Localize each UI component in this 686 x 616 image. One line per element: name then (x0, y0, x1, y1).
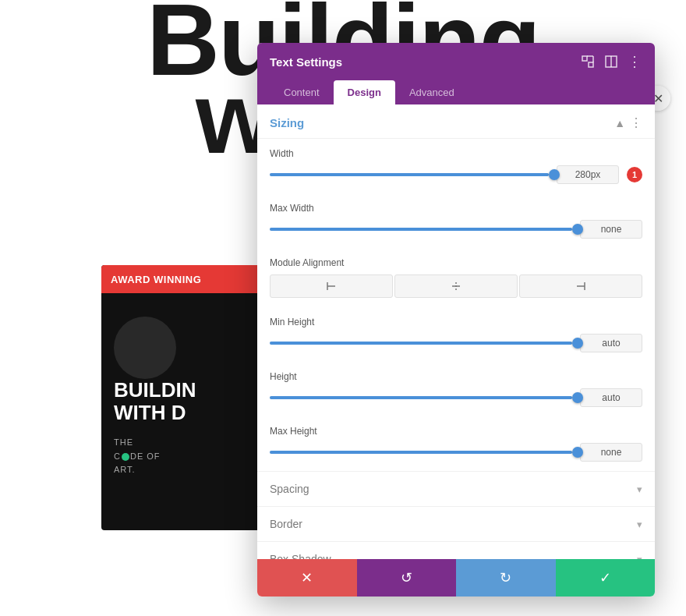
book-card-subtitle: THECDE OFART. (114, 436, 260, 477)
tab-design[interactable]: Design (334, 80, 395, 104)
align-right-button[interactable] (519, 274, 642, 298)
sizing-title: Sizing (270, 116, 304, 129)
max-width-control: none (270, 220, 642, 239)
width-slider-fill (270, 173, 549, 176)
expand-icon[interactable] (580, 54, 596, 69)
undo-button[interactable]: ↺ (357, 559, 457, 597)
width-value[interactable]: 280px (557, 165, 619, 184)
border-label: Border (270, 518, 302, 530)
min-height-control: auto (270, 334, 642, 352)
width-slider-track[interactable] (270, 173, 549, 176)
width-badge: 1 (627, 167, 642, 182)
module-alignment-field: Module Alignment (257, 248, 655, 307)
layout-icon[interactable] (603, 54, 619, 69)
modal-title: Text Settings (270, 55, 342, 69)
redo-button[interactable]: ↻ (456, 559, 556, 597)
min-height-slider-fill (270, 342, 572, 345)
width-label: Width (270, 148, 642, 159)
box-shadow-label: Box Shadow (270, 553, 331, 559)
spacing-section[interactable]: Spacing ▾ (257, 471, 655, 506)
box-shadow-section[interactable]: Box Shadow ▾ (257, 541, 655, 559)
book-card-red-bar: Award Winning (101, 265, 273, 293)
box-shadow-chevron-icon: ▾ (637, 554, 642, 560)
book-card-title: BUILDINWITH D (114, 379, 260, 423)
modal-footer: ✕ ↺ ↻ ✓ (257, 559, 655, 597)
sizing-chevron-icon[interactable]: ▲ (614, 117, 625, 129)
max-width-slider-thumb[interactable] (572, 224, 583, 235)
height-slider-track[interactable] (270, 396, 572, 399)
tab-content[interactable]: Content (270, 80, 334, 104)
max-width-slider-track[interactable] (270, 228, 572, 231)
border-chevron-icon: ▾ (637, 519, 642, 530)
save-button[interactable]: ✓ (556, 559, 656, 597)
min-height-slider-track[interactable] (270, 342, 572, 345)
book-card-circle (114, 317, 176, 379)
max-height-control: none (270, 443, 642, 462)
module-alignment-control (270, 274, 642, 298)
max-height-value[interactable]: none (580, 443, 642, 462)
max-height-slider-thumb[interactable] (572, 447, 583, 458)
max-width-field: Max Width none (257, 193, 655, 248)
book-card-body: BUILDINWITH D THECDE OFART. (101, 293, 273, 493)
cancel-button[interactable]: ✕ (257, 559, 357, 597)
min-height-label: Min Height (270, 317, 642, 327)
height-label: Height (270, 371, 642, 382)
max-height-label: Max Height (270, 426, 642, 437)
spacing-label: Spacing (270, 483, 309, 495)
width-field: Width 280px 1 (257, 139, 655, 193)
spacing-chevron-icon: ▾ (637, 483, 642, 495)
alignment-group (270, 274, 642, 298)
modal-header-icons: ⋮ (580, 54, 642, 69)
max-height-slider-track[interactable] (270, 451, 572, 454)
tab-advanced[interactable]: Advanced (395, 80, 469, 104)
module-alignment-label: Module Alignment (270, 257, 642, 268)
min-height-slider-thumb[interactable] (572, 338, 583, 349)
min-height-field: Min Height auto (257, 307, 655, 362)
sizing-more-icon[interactable]: ⋮ (630, 115, 642, 130)
section-header-actions: ▲ ⋮ (614, 115, 642, 130)
max-width-label: Max Width (270, 203, 642, 214)
max-width-value[interactable]: none (580, 220, 642, 239)
text-settings-modal: Text Settings ⋮ Content (257, 43, 655, 597)
width-control: 280px 1 (270, 165, 642, 184)
height-value[interactable]: auto (580, 388, 642, 407)
align-center-button[interactable] (394, 274, 518, 298)
svg-rect-1 (589, 62, 593, 67)
border-section[interactable]: Border ▾ (257, 506, 655, 541)
max-width-slider-fill (270, 228, 572, 231)
height-slider-thumb[interactable] (572, 392, 583, 403)
modal-header: Text Settings ⋮ (257, 43, 655, 80)
align-left-button[interactable] (270, 274, 393, 298)
modal-body: Sizing ▲ ⋮ Width 280px 1 Max Width (257, 104, 655, 559)
svg-rect-0 (582, 56, 587, 61)
min-height-value[interactable]: auto (580, 334, 642, 352)
max-height-slider-fill (270, 451, 572, 454)
max-height-field: Max Height none (257, 416, 655, 471)
book-card: Award Winning BUILDINWITH D THECDE OFART… (101, 265, 273, 530)
height-field: Height auto (257, 362, 655, 416)
width-slider-thumb[interactable] (549, 169, 560, 180)
height-control: auto (270, 388, 642, 407)
more-options-icon[interactable]: ⋮ (627, 54, 642, 69)
sizing-section-header: Sizing ▲ ⋮ (257, 104, 655, 139)
height-slider-fill (270, 396, 572, 399)
book-card-award-text: Award Winning (111, 274, 201, 285)
tab-bar: Content Design Advanced (257, 80, 655, 104)
